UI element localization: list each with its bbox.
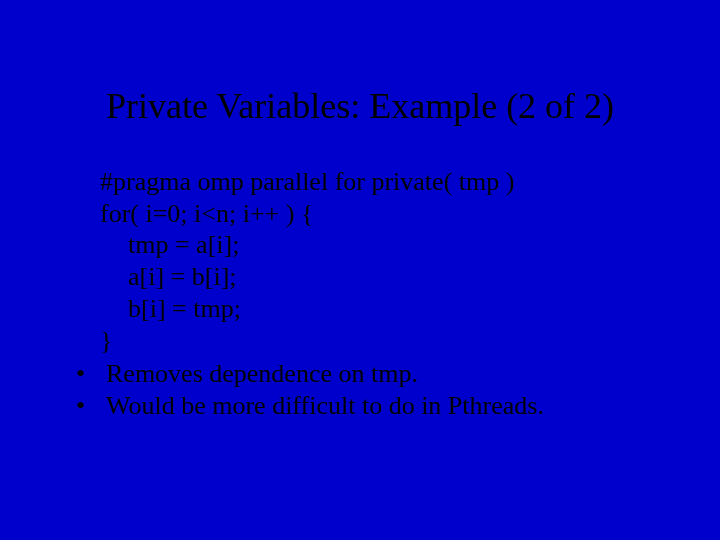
slide-body: #pragma omp parallel for private( tmp ) …	[70, 166, 670, 422]
bullet-list: • Removes dependence on tmp. • Would be …	[70, 358, 670, 421]
code-line: b[i] = tmp;	[100, 293, 670, 325]
code-line: }	[100, 325, 670, 357]
code-line: tmp = a[i];	[100, 229, 670, 261]
slide-title: Private Variables: Example (2 of 2)	[0, 85, 720, 127]
code-line: #pragma omp parallel for private( tmp )	[100, 166, 670, 198]
bullet-dot-icon: •	[70, 390, 106, 422]
code-block: #pragma omp parallel for private( tmp ) …	[100, 166, 670, 356]
bullet-text: Removes dependence on tmp.	[106, 358, 418, 390]
bullet-text: Would be more difficult to do in Pthread…	[106, 390, 544, 422]
code-line: for( i=0; i<n; i++ ) {	[100, 198, 670, 230]
bullet-item: • Would be more difficult to do in Pthre…	[70, 390, 670, 422]
code-line: a[i] = b[i];	[100, 261, 670, 293]
bullet-dot-icon: •	[70, 358, 106, 390]
bullet-item: • Removes dependence on tmp.	[70, 358, 670, 390]
slide: Private Variables: Example (2 of 2) #pra…	[0, 0, 720, 540]
